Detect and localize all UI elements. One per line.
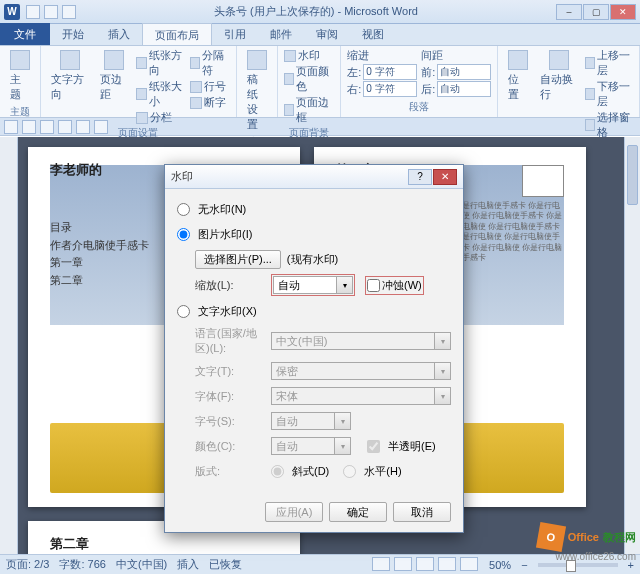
qat-redo-icon[interactable]: [62, 5, 76, 19]
diagonal-radio: [271, 465, 284, 478]
spacing-after-pre: 后:: [421, 82, 435, 97]
columns-button[interactable]: 分栏: [136, 110, 185, 125]
option-no-watermark[interactable]: 无水印(N): [177, 199, 451, 219]
dialog-help-button[interactable]: ?: [408, 169, 432, 185]
horizontal-label: 水平(H): [364, 464, 401, 479]
office-tutorial-logo: O Office教程网 www.office26.com: [538, 524, 636, 550]
indent-left-val[interactable]: 0 字符: [363, 64, 417, 80]
text-direction-label: 文字方向: [51, 72, 88, 102]
status-bar: 页面: 2/3 字数: 766 中文(中国) 插入 已恢复 50% − +: [0, 554, 640, 574]
page-borders-label: 页面边框: [296, 95, 334, 125]
tab-file[interactable]: 文件: [0, 23, 50, 45]
dialog-footer: 应用(A) 确定 取消: [165, 494, 463, 532]
margins-button[interactable]: 页边距: [96, 48, 132, 104]
qat2-icon[interactable]: [4, 120, 18, 134]
text-label: 文字(T):: [195, 364, 265, 379]
qat2-icon[interactable]: [40, 120, 54, 134]
minimize-button[interactable]: –: [556, 4, 582, 20]
qat2-icon[interactable]: [94, 120, 108, 134]
tab-page-layout[interactable]: 页面布局: [142, 23, 212, 45]
tab-home[interactable]: 开始: [50, 23, 96, 45]
tab-review[interactable]: 审阅: [304, 23, 350, 45]
view-print-layout[interactable]: [372, 557, 390, 571]
status-language[interactable]: 中文(中国): [116, 557, 167, 572]
view-full-screen[interactable]: [394, 557, 412, 571]
status-words[interactable]: 字数: 766: [59, 557, 105, 572]
qat2-icon[interactable]: [76, 120, 90, 134]
font-combo: 宋体▾: [271, 387, 451, 405]
spacing-before-val[interactable]: 自动: [437, 64, 491, 80]
watermark-button[interactable]: 水印: [284, 48, 334, 63]
group-themes-label: 主题: [6, 104, 34, 120]
bring-forward-button[interactable]: 上移一层: [585, 48, 633, 78]
backward-label: 下移一层: [597, 79, 633, 109]
themes-button[interactable]: 主题: [6, 48, 34, 104]
watermark-dialog: 水印 ? ✕ 无水印(N) 图片水印(I) 选择图片(P)... (现有水印) …: [164, 164, 464, 533]
selection-pane-button[interactable]: 选择窗格: [585, 110, 633, 140]
office-logo-icon: O: [536, 522, 566, 552]
status-saved: 已恢复: [209, 557, 242, 572]
ok-button[interactable]: 确定: [329, 502, 387, 522]
radio-no-watermark[interactable]: [177, 203, 190, 216]
zoom-slider[interactable]: [538, 563, 618, 567]
breaks-button[interactable]: 分隔符: [190, 48, 230, 78]
qat-save-icon[interactable]: [26, 5, 40, 19]
zoom-value[interactable]: 50%: [489, 559, 511, 571]
select-picture-button[interactable]: 选择图片(P)...: [195, 250, 281, 269]
position-button[interactable]: 位置: [504, 48, 532, 104]
option-text-watermark[interactable]: 文字水印(X): [177, 301, 451, 321]
hyphenation-button[interactable]: 断字: [190, 95, 230, 110]
cancel-button[interactable]: 取消: [393, 502, 451, 522]
qat2-icon[interactable]: [58, 120, 72, 134]
radio-text-watermark[interactable]: [177, 305, 190, 318]
radio-picture-watermark[interactable]: [177, 228, 190, 241]
status-mode[interactable]: 插入: [177, 557, 199, 572]
manuscript-button[interactable]: 稿纸 设置: [243, 48, 271, 134]
qat2-icon[interactable]: [22, 120, 36, 134]
wrap-text-button[interactable]: 自动换行: [536, 48, 581, 104]
view-draft[interactable]: [460, 557, 478, 571]
tab-view[interactable]: 视图: [350, 23, 396, 45]
washout-checkbox[interactable]: [367, 279, 380, 292]
apply-button[interactable]: 应用(A): [265, 502, 323, 522]
group-page-setup: 文字方向 页边距 纸张方向 纸张大小 分栏 分隔符 行号 断字 页面设置: [41, 46, 237, 117]
tab-references[interactable]: 引用: [212, 23, 258, 45]
line-numbers-button[interactable]: 行号: [190, 79, 230, 94]
hyphen-label: 断字: [204, 95, 226, 110]
orientation-button[interactable]: 纸张方向: [136, 48, 185, 78]
close-button[interactable]: ✕: [610, 4, 636, 20]
status-page[interactable]: 页面: 2/3: [6, 557, 49, 572]
indent-right-val[interactable]: 0 字符: [363, 81, 417, 97]
send-backward-button[interactable]: 下移一层: [585, 79, 633, 109]
text-row: 文字(T): 保密▾: [195, 361, 451, 381]
page-color-button[interactable]: 页面颜色: [284, 64, 334, 94]
manuscript-label: 稿纸 设置: [247, 72, 267, 132]
text-direction-button[interactable]: 文字方向: [47, 48, 92, 104]
vertical-scrollbar[interactable]: [624, 137, 640, 554]
size-button[interactable]: 纸张大小: [136, 79, 185, 109]
tab-mailings[interactable]: 邮件: [258, 23, 304, 45]
qat-undo-icon[interactable]: [44, 5, 58, 19]
option-picture-watermark[interactable]: 图片水印(I): [177, 224, 451, 244]
zoom-minus[interactable]: −: [521, 559, 527, 571]
layout-label: 版式:: [195, 464, 265, 479]
dialog-titlebar[interactable]: 水印 ? ✕: [165, 165, 463, 189]
spacing-after-val[interactable]: 自动: [437, 81, 491, 97]
chevron-down-icon[interactable]: ▾: [336, 277, 352, 293]
dialog-close-button[interactable]: ✕: [433, 169, 457, 185]
maximize-button[interactable]: ▢: [583, 4, 609, 20]
brand-text-1: Office: [568, 531, 599, 543]
view-web-layout[interactable]: [416, 557, 434, 571]
spacing-before[interactable]: 前:自动: [421, 64, 491, 80]
scrollbar-thumb[interactable]: [627, 145, 638, 205]
scale-combo[interactable]: 自动▾: [273, 276, 353, 294]
view-outline[interactable]: [438, 557, 456, 571]
vertical-ruler[interactable]: [0, 137, 18, 554]
page-borders-button[interactable]: 页面边框: [284, 95, 334, 125]
indent-right[interactable]: 右:0 字符: [347, 81, 417, 97]
washout-label: 冲蚀(W): [382, 278, 422, 293]
spacing-after[interactable]: 后:自动: [421, 81, 491, 97]
tab-insert[interactable]: 插入: [96, 23, 142, 45]
indent-left[interactable]: 左:0 字符: [347, 64, 417, 80]
washout-highlight: 冲蚀(W): [365, 276, 424, 295]
